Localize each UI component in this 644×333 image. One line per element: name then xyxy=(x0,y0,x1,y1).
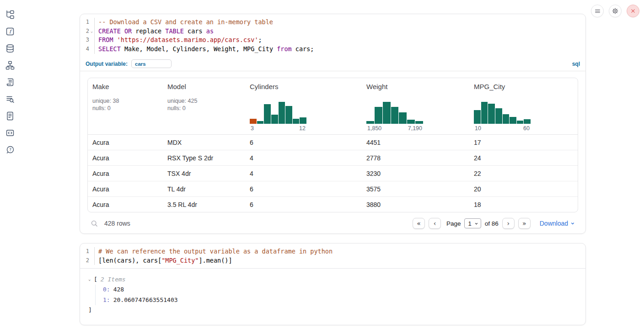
table-cell: 18 xyxy=(469,197,578,212)
line-number: 1 xyxy=(80,18,95,27)
line-number: 2 xyxy=(80,256,95,265)
table-body: AcuraMDX6445117AcuraRSX Type S 2dr427782… xyxy=(88,135,578,212)
language-badge[interactable]: sql xyxy=(572,61,580,67)
histogram-bar xyxy=(257,121,264,124)
sql-code-editor[interactable]: 1-- Download a CSV and create an in-memo… xyxy=(80,14,585,57)
table-header-row: Make unique: 38 nulls: 0 Model unique: 4… xyxy=(88,78,578,135)
settings-button[interactable] xyxy=(609,5,622,17)
column-header-make[interactable]: Make unique: 38 nulls: 0 xyxy=(88,78,163,135)
code-token: cars xyxy=(184,27,206,35)
items-count-label: 2 Items xyxy=(101,275,126,284)
notebook-actions xyxy=(591,5,639,17)
chevron-down-icon xyxy=(570,221,575,226)
histogram-bar xyxy=(407,120,415,124)
code-line: SELECT Make, Model, Cylinders, Weight, M… xyxy=(95,45,314,54)
histogram-bar xyxy=(285,106,292,124)
shutdown-button[interactable] xyxy=(627,5,639,17)
code-token: Make, Model, Cylinders, Weight, MPG_City xyxy=(121,45,277,53)
table-row: AcuraMDX6445117 xyxy=(88,135,578,150)
histogram-bar xyxy=(271,115,278,124)
histogram-bar xyxy=(250,119,257,124)
sidebar-item-dependency-graph[interactable] xyxy=(5,60,15,70)
mpg-city-histogram: 10 60 xyxy=(474,102,531,132)
table-cell: 3575 xyxy=(362,181,469,197)
sidebar-item-logs[interactable] xyxy=(5,94,15,104)
sidebar-item-snippets[interactable] xyxy=(5,128,15,138)
histogram-bar xyxy=(399,112,407,124)
item-index: 0: xyxy=(103,286,110,293)
sidebar-item-documentation[interactable] xyxy=(5,111,15,121)
code-token: replace xyxy=(132,27,165,35)
double-chevron-left-icon: « xyxy=(417,220,421,227)
item-index: 1: xyxy=(103,296,110,303)
histogram-bar xyxy=(391,107,399,124)
double-chevron-right-icon: » xyxy=(522,220,526,227)
menu-button[interactable] xyxy=(591,5,604,17)
search-icon[interactable] xyxy=(91,220,98,227)
code-token: # We can reference the output variable a… xyxy=(98,248,333,255)
table-cell: 4 xyxy=(245,166,362,181)
table-cell: 3.5 RL 4dr xyxy=(163,197,245,212)
histogram-bar xyxy=(495,108,502,124)
sidebar-item-help[interactable]: ? xyxy=(5,145,15,155)
histogram-bar xyxy=(279,102,285,124)
code-token: cars; xyxy=(292,45,314,53)
column-header-weight[interactable]: Weight 1,850 7,190 xyxy=(362,78,469,135)
sidebar-item-data-sources[interactable] xyxy=(5,43,15,53)
help-icon: ? xyxy=(5,145,15,154)
output-variable-bar: Output variable: sql xyxy=(80,57,585,71)
output-variable-input[interactable] xyxy=(131,59,172,68)
cylinders-histogram: 3 12 xyxy=(250,102,306,132)
line-number: 2⌄ xyxy=(80,27,95,36)
line-number: 1 xyxy=(80,247,95,256)
histogram-bar xyxy=(481,102,488,124)
column-header-cylinders[interactable]: Cylinders 3 12 xyxy=(245,78,362,135)
code-token: "MPG_City" xyxy=(161,257,199,264)
code-snippet-icon xyxy=(5,128,15,137)
table-row: AcuraTL 4dr6357520 xyxy=(88,181,578,197)
svg-text:f: f xyxy=(9,29,12,35)
weight-histogram: 1,850 7,190 xyxy=(366,102,423,132)
code-token: [len(cars), cars[ xyxy=(98,257,161,264)
next-page-button[interactable]: › xyxy=(502,218,515,229)
python-code-editor[interactable]: 1# We can reference the output variable … xyxy=(80,243,585,269)
sidebar-item-file-explorer[interactable] xyxy=(5,10,15,20)
page-total: of 86 xyxy=(485,220,499,227)
gear-icon xyxy=(612,7,619,15)
column-title: Cylinders xyxy=(250,83,357,90)
table-cell: Acura xyxy=(88,166,163,181)
function-icon: f xyxy=(5,27,15,36)
table-cell: Acura xyxy=(88,197,163,212)
histogram-bar xyxy=(517,121,524,124)
table-cell: 20 xyxy=(469,181,578,197)
column-header-model[interactable]: Model unique: 425 nulls: 0 xyxy=(163,78,245,135)
table-cell: TL 4dr xyxy=(163,181,245,197)
column-title: MPG_City xyxy=(474,83,573,90)
table-row: AcuraTSX 4dr4323022 xyxy=(88,166,578,181)
column-title: Make xyxy=(92,83,158,90)
sidebar-item-scratchpad[interactable] xyxy=(5,77,15,87)
previous-page-button[interactable]: ‹ xyxy=(429,218,441,229)
column-stat-unique: unique: 425 xyxy=(167,97,241,105)
python-cell: 1# We can reference the output variable … xyxy=(80,243,586,325)
fold-chevron-icon[interactable]: ⌄ xyxy=(89,27,94,36)
last-page-button[interactable]: » xyxy=(518,218,531,229)
histogram-bar xyxy=(366,121,374,124)
hamburger-icon xyxy=(594,8,601,15)
page-select[interactable]: 1 xyxy=(464,218,481,228)
table-row: Acura3.5 RL 4dr6388018 xyxy=(88,197,578,212)
collapse-chevron-icon[interactable]: ⌄ xyxy=(88,275,94,284)
sidebar-item-functions[interactable]: f xyxy=(5,26,15,37)
first-page-button[interactable]: « xyxy=(413,218,425,229)
item-value: 428 xyxy=(113,286,124,293)
axis-label-max: 12 xyxy=(299,125,306,132)
sidebar: f ? xyxy=(0,0,20,333)
code-token: as xyxy=(206,27,214,35)
chevron-down-icon xyxy=(474,222,478,226)
column-header-mpg-city[interactable]: MPG_City 10 60 xyxy=(469,78,578,135)
axis-label-max: 7,190 xyxy=(408,125,422,132)
download-button[interactable]: Download xyxy=(540,220,575,227)
code-token: TABLE xyxy=(165,27,184,35)
result-table: Make unique: 38 nulls: 0 Model unique: 4… xyxy=(87,78,578,213)
row-count: 428 rows xyxy=(104,220,130,227)
